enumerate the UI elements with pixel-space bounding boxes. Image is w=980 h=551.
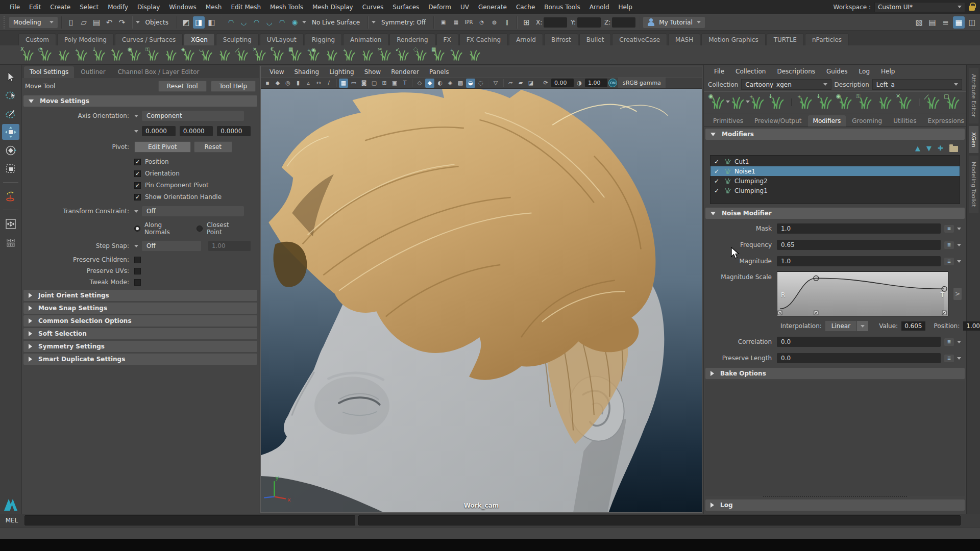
xgen-tab[interactable]: Primitives	[708, 115, 748, 127]
interpolation-dropdown[interactable]: Linear	[825, 321, 868, 331]
edit-pivot-button[interactable]: Edit Pivot	[134, 141, 191, 153]
undo-icon[interactable]: ↶	[104, 16, 115, 29]
live-surface-field[interactable]: No Live Surface	[308, 17, 364, 28]
collapsed-section-header[interactable]: Smart Duplicate Settings	[23, 354, 257, 365]
shelf-tab[interactable]: Rendering	[389, 33, 435, 45]
grass-up-icon[interactable]: ＋	[343, 48, 356, 62]
clear-preview-icon[interactable]: ✕	[897, 95, 913, 110]
launch-hypershade-icon[interactable]: ◍	[488, 16, 500, 29]
grass-curve-icon[interactable]: €	[272, 48, 285, 62]
menu-item[interactable]: Windows	[164, 3, 201, 12]
grass-window-icon[interactable]: ▦	[289, 48, 303, 62]
preview-eye-icon[interactable]: ◉	[710, 95, 725, 110]
xgen-tab[interactable]: Grooming	[847, 115, 887, 127]
snap-together-icon[interactable]: ⊞	[521, 16, 532, 29]
expand-ramp-button[interactable]: >	[953, 288, 962, 300]
reset-pivot-button[interactable]: Reset	[194, 141, 233, 153]
bookmark-icon[interactable]: ▮	[293, 79, 303, 88]
grass-grid-icon[interactable]: ▦	[432, 48, 446, 62]
save-scene-icon[interactable]: ▤	[91, 16, 103, 29]
lock-camera-icon[interactable]: ◆	[273, 79, 282, 88]
axis-z-field[interactable]: 0.0000	[217, 126, 251, 136]
move-modifier-up-icon[interactable]: ▲	[915, 144, 920, 152]
xray-joints-icon[interactable]: ◪	[526, 79, 535, 88]
scale-tool[interactable]	[2, 161, 19, 177]
soft-modification-tool[interactable]	[2, 188, 19, 204]
mask-field[interactable]: 1.0	[777, 223, 941, 234]
chevron-down-icon[interactable]	[957, 244, 961, 246]
axis-y-field[interactable]: 0.0000	[180, 126, 213, 136]
Cut1[interactable]: ✓Cut1	[710, 157, 960, 166]
2d-pan-zoom-icon[interactable]: ↔	[314, 79, 323, 88]
shelf-tab[interactable]: XGen	[184, 33, 215, 45]
xray-icon[interactable]: ▱	[506, 79, 515, 88]
new-scene-icon[interactable]: ▯	[65, 16, 77, 29]
checkbox[interactable]	[134, 257, 141, 263]
xgen-menu-item[interactable]: Descriptions	[772, 68, 820, 75]
field-chart-icon[interactable]: ⊞	[380, 79, 389, 88]
render-current-frame-icon[interactable]: ▦	[450, 16, 462, 29]
image-plane-icon[interactable]: ▵	[304, 79, 313, 88]
channel-box-toggle-icon[interactable]: ▦	[953, 16, 965, 29]
checkbox[interactable]	[134, 182, 141, 189]
account-dropdown[interactable]: My Tutorial	[643, 17, 704, 28]
chevron-down-icon[interactable]	[957, 260, 961, 263]
symmetry-icon[interactable]	[2, 216, 19, 232]
chevron-down-icon[interactable]	[134, 210, 138, 213]
wireframe-icon[interactable]: ◇	[415, 79, 424, 88]
shelf-tab[interactable]: UVLayout	[260, 33, 304, 45]
grass-arrow-icon[interactable]: ↙	[397, 48, 410, 62]
person-grass-icon[interactable]: ◔	[39, 48, 53, 62]
update-preview-icon[interactable]	[877, 95, 893, 110]
guide-sculpt-icon[interactable]: ／	[925, 95, 941, 110]
expression-icon[interactable]: ≣	[944, 241, 954, 249]
grass-spray-icon[interactable]: ◌	[414, 48, 428, 62]
use-all-lights-icon[interactable]: ◈	[446, 79, 455, 88]
film-gate-icon[interactable]: ▭	[349, 79, 358, 88]
transform-constraint-dropdown[interactable]: Off	[142, 206, 244, 216]
menu-item[interactable]: Arnold	[585, 3, 614, 12]
select-camera-icon[interactable]: ▪	[263, 79, 272, 88]
shelf-tab[interactable]: FX Caching	[459, 33, 508, 45]
snap-to-projected-center-icon[interactable]: ◡	[263, 16, 275, 29]
xgen-menu-item[interactable]: Help	[876, 68, 900, 75]
menu-item[interactable]: Mesh Tools	[265, 3, 308, 12]
gate-mask-icon[interactable]: ▢	[370, 79, 379, 88]
grass-plus-icon[interactable]: ＋	[75, 48, 88, 62]
menu-item[interactable]: Help	[614, 3, 637, 12]
viewport-menu-item[interactable]: Renderer	[386, 68, 424, 76]
menu-item[interactable]: Edit	[24, 3, 45, 12]
grass-fence-icon[interactable]	[218, 48, 231, 62]
shelf-tab[interactable]: Bullet	[579, 33, 611, 45]
snap-to-view-plane-icon[interactable]: ◠	[276, 16, 288, 29]
description-dropdown[interactable]: Left_a	[872, 79, 962, 90]
sidebar-vertical-tab[interactable]: Attribute Editor	[969, 68, 978, 123]
checkbox[interactable]	[134, 159, 141, 165]
command-result-field[interactable]	[358, 515, 961, 525]
menu-item[interactable]: Mesh	[201, 3, 227, 12]
chevron-down-icon[interactable]	[134, 245, 138, 247]
xgen-menu-item[interactable]: Guides	[821, 68, 853, 75]
xgen-tab[interactable]: Modifiers	[808, 115, 846, 127]
shaded-icon[interactable]: ◆	[425, 79, 434, 88]
chevron-down-icon[interactable]	[957, 341, 961, 343]
exposure-icon[interactable]: ⟳	[541, 79, 550, 88]
collapsed-section-header[interactable]: Symmetry Settings	[23, 341, 257, 352]
select-hierarchy-icon[interactable]: ◩	[180, 16, 192, 29]
noise-modifier-header[interactable]: Noise Modifier	[705, 208, 965, 219]
menu-item[interactable]: Bonus Tools	[540, 3, 584, 12]
shelf-tab[interactable]: Curves / Surfaces	[115, 33, 183, 45]
grass-eye-icon[interactable]: ◉	[129, 48, 142, 62]
collapsed-section-header[interactable]: Joint Orient Settings	[23, 290, 257, 301]
select-component-icon[interactable]: ◧	[206, 16, 217, 29]
leaf-icon[interactable]	[57, 48, 70, 62]
select-tool[interactable]	[2, 69, 19, 85]
move-tool[interactable]	[2, 124, 19, 140]
checkbox[interactable]	[134, 279, 141, 286]
viewport-menu-item[interactable]: Panels	[425, 68, 454, 76]
menu-item[interactable]: Generate	[474, 3, 511, 12]
select-object-icon[interactable]: ◨	[193, 16, 205, 29]
menu-item[interactable]: Select	[75, 3, 103, 12]
shelf-tab[interactable]: Rigging	[305, 33, 342, 45]
checkbox[interactable]	[134, 170, 141, 177]
